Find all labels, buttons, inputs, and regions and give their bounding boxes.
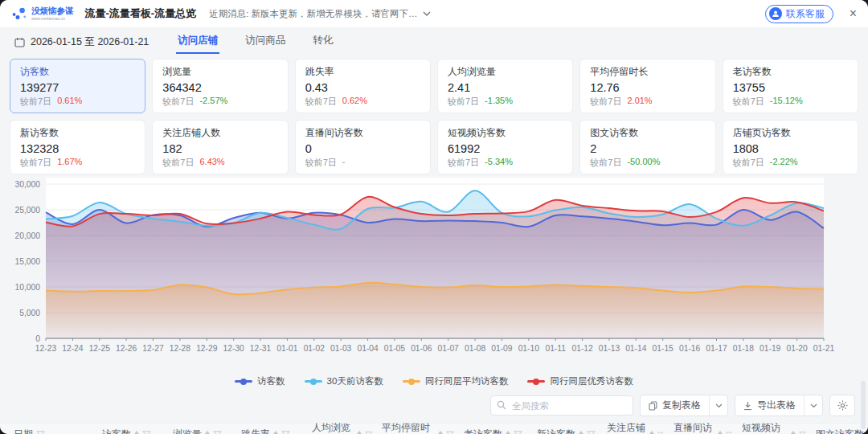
export-table-button[interactable]: 导出表格: [735, 395, 804, 416]
table-settings-button[interactable]: [829, 395, 855, 416]
legend-item-2[interactable]: 同行同层平均访客数: [403, 375, 509, 387]
sort-icon[interactable]: [506, 431, 510, 434]
tab-1[interactable]: 访问商品: [244, 34, 287, 54]
compare-label: 较前7日: [20, 157, 51, 169]
metric-card-4[interactable]: 平均停留时长 12.76 较前7日 2.01%: [579, 59, 715, 113]
sort-icon[interactable]: [718, 431, 723, 434]
x-tick-label: 01-04: [357, 344, 379, 353]
metric-card-10[interactable]: 图文访客数 2 较前7日 -50.00%: [579, 120, 715, 174]
metric-change: -: [342, 157, 346, 169]
export-table-dropdown[interactable]: [804, 395, 822, 416]
support-person-icon: [769, 7, 782, 20]
traffic-trend-chart: 05,00010,00015,00020,00025,00030,00012-2…: [10, 178, 858, 387]
contact-support-button[interactable]: 联系客服: [765, 5, 833, 23]
column-label: 平均停留时长: [382, 423, 435, 434]
metric-card-8[interactable]: 直播间访客数 0 较前7日 -: [295, 120, 431, 174]
metric-value: 12.76: [590, 81, 705, 94]
metric-card-6[interactable]: 新访客数 132328 较前7日 1.67%: [10, 120, 145, 174]
tab-2[interactable]: 转化: [311, 34, 334, 54]
filter-icon[interactable]: [281, 431, 290, 434]
metric-card-0[interactable]: 访客数 139277 较前7日 0.61%: [10, 59, 145, 113]
chart-legend: 访客数 30天前访客数 同行同层平均访客数 同行同层优秀访客数: [10, 375, 858, 387]
contact-support-label: 联系客服: [786, 7, 825, 21]
copy-table-button[interactable]: 复制表格: [641, 395, 709, 416]
compare-label: 较前7日: [590, 96, 621, 108]
x-tick-label: 01-05: [384, 344, 406, 353]
logo-url: www.meifannao.cn: [31, 17, 74, 21]
legend-item-0[interactable]: 访客数: [235, 375, 285, 387]
metric-card-11[interactable]: 店铺页访客数 1808 较前7日 -2.22%: [723, 120, 858, 174]
filter-icon[interactable]: [726, 431, 732, 434]
metric-value: 0: [305, 142, 420, 155]
sort-icon[interactable]: [134, 431, 139, 434]
column-header-9: 直播间访客数: [664, 424, 732, 434]
notice-bar[interactable]: 近期消息: 新版本更新，新增无界模块，请官网下…: [209, 8, 430, 20]
column-header-10: 短视频访客数: [732, 424, 806, 434]
sort-icon[interactable]: [579, 431, 583, 434]
filter-icon[interactable]: [446, 431, 454, 434]
logo-text: 没烦恼参谋 www.meifannao.cn: [31, 6, 74, 21]
x-tick-label: 01-16: [679, 344, 701, 353]
y-tick-label: 20,000: [15, 231, 41, 240]
table-toolbar: 复制表格 导出表格: [13, 395, 855, 416]
metric-card-2[interactable]: 跳失率 0.43 较前7日 0.62%: [295, 59, 431, 113]
filter-icon[interactable]: [365, 431, 372, 434]
legend-item-3[interactable]: 同行同层优秀访客数: [527, 375, 633, 387]
chart-canvas[interactable]: 05,00010,00015,00020,00025,00030,00012-2…: [10, 178, 858, 366]
metric-card-5[interactable]: 老访客数 13755 较前7日 -15.12%: [723, 59, 858, 113]
legend-marker-icon: [527, 380, 545, 383]
compare-label: 较前7日: [733, 157, 764, 169]
x-tick-label: 12-27: [142, 344, 164, 353]
metric-value: 132328: [20, 142, 135, 155]
compare-label: 较前7日: [448, 96, 479, 108]
x-tick-label: 01-08: [465, 344, 486, 353]
sort-icon[interactable]: [205, 431, 210, 434]
column-label: 图文访客数: [816, 428, 864, 434]
metric-label: 新访客数: [20, 126, 135, 140]
metric-label: 图文访客数: [590, 126, 705, 140]
x-tick-label: 01-13: [599, 344, 620, 353]
brand-logo[interactable]: 没烦恼参谋 www.meifannao.cn: [11, 6, 74, 22]
x-tick-label: 01-19: [760, 344, 781, 353]
sort-icon[interactable]: [273, 431, 278, 434]
copy-table-dropdown[interactable]: [709, 395, 727, 416]
metric-card-7[interactable]: 关注店铺人数 182 较前7日 6.43%: [152, 120, 288, 174]
metric-value: 13755: [733, 81, 848, 94]
global-search-input[interactable]: [490, 395, 633, 416]
sort-icon[interactable]: [649, 431, 654, 434]
filter-bar: 2026-01-15 至 2026-01-21 访问店铺访问商品转化: [0, 28, 868, 54]
x-tick-label: 01-18: [733, 344, 755, 353]
sort-icon[interactable]: [438, 431, 443, 434]
column-label: 人均浏览量: [312, 423, 354, 434]
filter-icon[interactable]: [142, 431, 151, 434]
vertical-scrollbar[interactable]: [861, 381, 866, 429]
area-同行同层优秀访客数: [46, 197, 824, 338]
x-tick-label: 12-23: [35, 344, 57, 353]
traffic-dashboard-window: 没烦恼参谋 www.meifannao.cn 流量-流量看板-流量总览 近期消息…: [0, 0, 868, 434]
filter-icon[interactable]: [213, 431, 222, 434]
sort-icon[interactable]: [357, 431, 362, 434]
sort-icon[interactable]: [791, 431, 796, 434]
legend-item-1[interactable]: 30天前访客数: [305, 375, 383, 387]
metric-card-9[interactable]: 短视频访客数 61992 较前7日 -5.34%: [437, 120, 573, 174]
x-tick-label: 01-07: [438, 344, 460, 353]
metric-change: -15.12%: [770, 96, 803, 108]
y-tick-label: 25,000: [15, 206, 41, 215]
metric-change: -1.35%: [485, 96, 513, 108]
metric-card-1[interactable]: 浏览量 364342 较前7日 -2.57%: [152, 59, 288, 113]
metric-label: 浏览量: [162, 65, 277, 79]
filter-icon[interactable]: [587, 431, 596, 434]
export-table-button-group: 导出表格: [735, 395, 823, 416]
filter-icon[interactable]: [36, 431, 45, 434]
x-tick-label: 01-21: [813, 344, 835, 353]
metric-value: 2.41: [448, 81, 563, 94]
download-icon: [743, 401, 752, 411]
metric-card-3[interactable]: 人均浏览量 2.41 较前7日 -1.35%: [437, 59, 573, 113]
filter-icon[interactable]: [514, 431, 522, 434]
close-icon[interactable]: ×: [850, 7, 857, 20]
column-header-4: 人均浏览量: [302, 424, 372, 434]
date-range-picker[interactable]: 2026-01-15 至 2026-01-21: [14, 35, 149, 54]
tab-0[interactable]: 访问店铺: [176, 34, 219, 54]
filter-icon[interactable]: [799, 431, 806, 434]
filter-icon[interactable]: [657, 431, 664, 434]
